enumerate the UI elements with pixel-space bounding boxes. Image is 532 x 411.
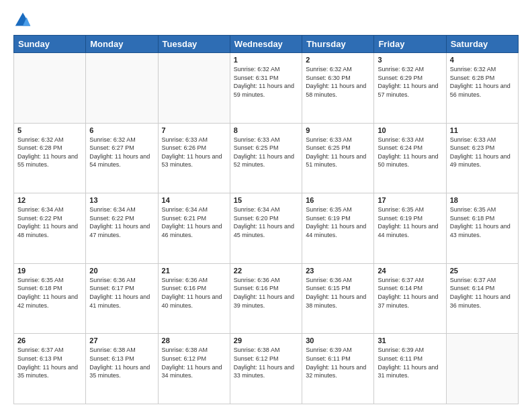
day-number: 9: [306, 126, 370, 134]
day-info: Sunrise: 6:39 AM Sunset: 6:11 PM Dayligh…: [306, 346, 370, 379]
day-info: Sunrise: 6:34 AM Sunset: 6:22 PM Dayligh…: [89, 205, 154, 239]
calendar-cell: 3Sunrise: 6:32 AM Sunset: 6:29 PM Daylig…: [374, 53, 446, 124]
calendar-cell: 22Sunrise: 6:36 AM Sunset: 6:16 PM Dayli…: [230, 263, 302, 334]
logo-icon: [13, 11, 32, 30]
calendar-cell: 29Sunrise: 6:38 AM Sunset: 6:12 PM Dayli…: [230, 334, 302, 404]
day-number: 19: [17, 267, 82, 275]
header: [13, 11, 519, 30]
day-number: 30: [306, 336, 370, 345]
calendar-cell: 5Sunrise: 6:32 AM Sunset: 6:28 PM Daylig…: [14, 123, 86, 193]
calendar-cell: 8Sunrise: 6:33 AM Sunset: 6:25 PM Daylig…: [230, 123, 302, 193]
calendar-cell: 1Sunrise: 6:32 AM Sunset: 6:31 PM Daylig…: [230, 53, 302, 124]
calendar-header-saturday: Saturday: [446, 36, 518, 53]
day-info: Sunrise: 6:36 AM Sunset: 6:15 PM Dayligh…: [306, 276, 370, 310]
day-number: 22: [234, 267, 298, 275]
day-number: 7: [162, 126, 226, 134]
day-number: 17: [378, 196, 442, 204]
day-info: Sunrise: 6:33 AM Sunset: 6:25 PM Dayligh…: [234, 136, 298, 169]
day-number: 3: [378, 56, 442, 64]
calendar-cell: 24Sunrise: 6:37 AM Sunset: 6:14 PM Dayli…: [374, 263, 446, 334]
day-info: Sunrise: 6:32 AM Sunset: 6:28 PM Dayligh…: [450, 65, 515, 99]
day-number: 20: [89, 267, 154, 275]
calendar-cell: 30Sunrise: 6:39 AM Sunset: 6:11 PM Dayli…: [302, 334, 374, 404]
day-info: Sunrise: 6:37 AM Sunset: 6:14 PM Dayligh…: [450, 276, 515, 310]
calendar-header-thursday: Thursday: [302, 36, 374, 53]
day-info: Sunrise: 6:38 AM Sunset: 6:12 PM Dayligh…: [162, 346, 226, 379]
calendar-header-monday: Monday: [86, 36, 158, 53]
calendar-cell: 21Sunrise: 6:36 AM Sunset: 6:16 PM Dayli…: [158, 263, 230, 334]
day-number: 16: [306, 196, 370, 204]
calendar-week-2: 5Sunrise: 6:32 AM Sunset: 6:28 PM Daylig…: [14, 123, 519, 193]
day-info: Sunrise: 6:35 AM Sunset: 6:18 PM Dayligh…: [450, 205, 515, 239]
calendar-cell: 18Sunrise: 6:35 AM Sunset: 6:18 PM Dayli…: [446, 193, 518, 264]
calendar-header-friday: Friday: [374, 36, 446, 53]
day-number: 1: [234, 56, 298, 64]
day-info: Sunrise: 6:34 AM Sunset: 6:21 PM Dayligh…: [162, 205, 226, 239]
day-number: 24: [378, 267, 442, 275]
calendar-cell: 25Sunrise: 6:37 AM Sunset: 6:14 PM Dayli…: [446, 263, 518, 334]
day-number: 6: [89, 126, 154, 134]
calendar-cell: 11Sunrise: 6:33 AM Sunset: 6:23 PM Dayli…: [446, 123, 518, 193]
calendar-cell: 31Sunrise: 6:39 AM Sunset: 6:11 PM Dayli…: [374, 334, 446, 404]
day-number: 29: [234, 336, 298, 345]
calendar-week-1: 1Sunrise: 6:32 AM Sunset: 6:31 PM Daylig…: [14, 53, 519, 124]
day-number: 27: [89, 336, 154, 345]
calendar-header-wednesday: Wednesday: [230, 36, 302, 53]
day-info: Sunrise: 6:33 AM Sunset: 6:25 PM Dayligh…: [306, 136, 370, 169]
calendar-cell: 23Sunrise: 6:36 AM Sunset: 6:15 PM Dayli…: [302, 263, 374, 334]
calendar-cell: 26Sunrise: 6:37 AM Sunset: 6:13 PM Dayli…: [14, 334, 86, 404]
day-number: 10: [378, 126, 442, 134]
calendar-header-row: SundayMondayTuesdayWednesdayThursdayFrid…: [14, 36, 519, 53]
day-number: 8: [234, 126, 298, 134]
day-info: Sunrise: 6:32 AM Sunset: 6:30 PM Dayligh…: [306, 65, 370, 99]
calendar-cell: 12Sunrise: 6:34 AM Sunset: 6:22 PM Dayli…: [14, 193, 86, 264]
day-info: Sunrise: 6:35 AM Sunset: 6:18 PM Dayligh…: [17, 276, 82, 310]
day-info: Sunrise: 6:32 AM Sunset: 6:29 PM Dayligh…: [378, 65, 442, 99]
day-number: 25: [450, 267, 515, 275]
calendar-header-sunday: Sunday: [14, 36, 86, 53]
calendar-week-3: 12Sunrise: 6:34 AM Sunset: 6:22 PM Dayli…: [14, 193, 519, 264]
day-number: 12: [17, 196, 82, 204]
calendar-week-4: 19Sunrise: 6:35 AM Sunset: 6:18 PM Dayli…: [14, 263, 519, 334]
calendar-cell: 4Sunrise: 6:32 AM Sunset: 6:28 PM Daylig…: [446, 53, 518, 124]
day-number: 21: [162, 267, 226, 275]
day-number: 11: [450, 126, 515, 134]
day-number: 13: [89, 196, 154, 204]
calendar-cell: 28Sunrise: 6:38 AM Sunset: 6:12 PM Dayli…: [158, 334, 230, 404]
calendar-cell: 20Sunrise: 6:36 AM Sunset: 6:17 PM Dayli…: [86, 263, 158, 334]
day-number: 23: [306, 267, 370, 275]
calendar-cell: 19Sunrise: 6:35 AM Sunset: 6:18 PM Dayli…: [14, 263, 86, 334]
day-info: Sunrise: 6:32 AM Sunset: 6:27 PM Dayligh…: [89, 136, 154, 169]
day-number: 26: [17, 336, 82, 345]
day-info: Sunrise: 6:34 AM Sunset: 6:22 PM Dayligh…: [17, 205, 82, 239]
calendar-cell: 14Sunrise: 6:34 AM Sunset: 6:21 PM Dayli…: [158, 193, 230, 264]
calendar-cell: 10Sunrise: 6:33 AM Sunset: 6:24 PM Dayli…: [374, 123, 446, 193]
day-info: Sunrise: 6:36 AM Sunset: 6:16 PM Dayligh…: [162, 276, 226, 310]
day-info: Sunrise: 6:35 AM Sunset: 6:19 PM Dayligh…: [378, 205, 442, 239]
day-info: Sunrise: 6:33 AM Sunset: 6:26 PM Dayligh…: [162, 136, 226, 169]
calendar-cell: 16Sunrise: 6:35 AM Sunset: 6:19 PM Dayli…: [302, 193, 374, 264]
day-info: Sunrise: 6:38 AM Sunset: 6:13 PM Dayligh…: [89, 346, 154, 379]
day-number: 18: [450, 196, 515, 204]
day-number: 28: [162, 336, 226, 345]
calendar-cell: 27Sunrise: 6:38 AM Sunset: 6:13 PM Dayli…: [86, 334, 158, 404]
calendar-week-5: 26Sunrise: 6:37 AM Sunset: 6:13 PM Dayli…: [14, 334, 519, 404]
calendar-cell: 2Sunrise: 6:32 AM Sunset: 6:30 PM Daylig…: [302, 53, 374, 124]
day-info: Sunrise: 6:37 AM Sunset: 6:14 PM Dayligh…: [378, 276, 442, 310]
calendar-cell: 7Sunrise: 6:33 AM Sunset: 6:26 PM Daylig…: [158, 123, 230, 193]
calendar-cell: 9Sunrise: 6:33 AM Sunset: 6:25 PM Daylig…: [302, 123, 374, 193]
calendar-cell: 17Sunrise: 6:35 AM Sunset: 6:19 PM Dayli…: [374, 193, 446, 264]
calendar-cell: 15Sunrise: 6:34 AM Sunset: 6:20 PM Dayli…: [230, 193, 302, 264]
calendar-cell: [14, 53, 86, 124]
day-number: 2: [306, 56, 370, 64]
day-info: Sunrise: 6:36 AM Sunset: 6:16 PM Dayligh…: [234, 276, 298, 310]
calendar-cell: 13Sunrise: 6:34 AM Sunset: 6:22 PM Dayli…: [86, 193, 158, 264]
day-number: 14: [162, 196, 226, 204]
calendar-cell: 6Sunrise: 6:32 AM Sunset: 6:27 PM Daylig…: [86, 123, 158, 193]
day-info: Sunrise: 6:39 AM Sunset: 6:11 PM Dayligh…: [378, 346, 442, 379]
calendar-cell: [446, 334, 518, 404]
day-number: 15: [234, 196, 298, 204]
calendar-cell: [158, 53, 230, 124]
calendar-cell: [86, 53, 158, 124]
day-info: Sunrise: 6:37 AM Sunset: 6:13 PM Dayligh…: [17, 346, 82, 379]
